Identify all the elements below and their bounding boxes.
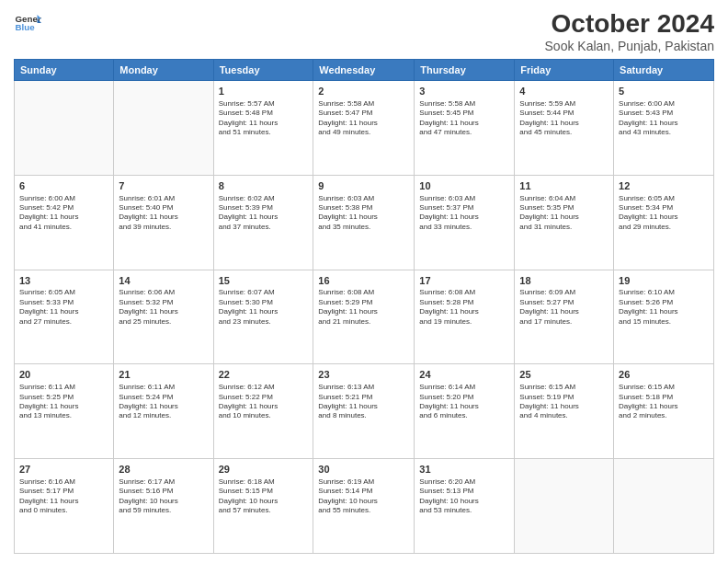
day-number: 8 xyxy=(219,179,309,193)
day-number: 24 xyxy=(419,368,509,382)
calendar-cell: 31Sunrise: 6:20 AM Sunset: 5:13 PM Dayli… xyxy=(415,459,515,554)
calendar-cell: 25Sunrise: 6:15 AM Sunset: 5:19 PM Dayli… xyxy=(515,364,614,459)
weekday-header-sunday: Sunday xyxy=(15,60,114,81)
calendar-table: SundayMondayTuesdayWednesdayThursdayFrid… xyxy=(14,59,714,554)
weekday-header-monday: Monday xyxy=(114,60,213,81)
day-info: Sunrise: 5:57 AM Sunset: 5:48 PM Dayligh… xyxy=(219,99,309,138)
day-info: Sunrise: 6:15 AM Sunset: 5:19 PM Dayligh… xyxy=(519,383,609,421)
calendar-cell: 14Sunrise: 6:06 AM Sunset: 5:32 PM Dayli… xyxy=(114,270,213,364)
calendar-cell: 24Sunrise: 6:14 AM Sunset: 5:20 PM Dayli… xyxy=(415,364,515,459)
day-number: 2 xyxy=(318,85,409,98)
day-info: Sunrise: 5:58 AM Sunset: 5:45 PM Dayligh… xyxy=(419,99,509,138)
day-info: Sunrise: 6:04 AM Sunset: 5:35 PM Dayligh… xyxy=(519,194,609,233)
day-info: Sunrise: 6:11 AM Sunset: 5:24 PM Dayligh… xyxy=(119,383,208,421)
day-number: 10 xyxy=(419,179,509,193)
day-number: 13 xyxy=(19,274,108,288)
day-number: 28 xyxy=(119,463,208,477)
day-info: Sunrise: 6:13 AM Sunset: 5:21 PM Dayligh… xyxy=(318,383,409,421)
day-info: Sunrise: 6:02 AM Sunset: 5:39 PM Dayligh… xyxy=(219,194,309,233)
svg-text:Blue: Blue xyxy=(16,22,36,32)
day-number: 3 xyxy=(419,85,509,98)
logo-icon: General Blue xyxy=(14,9,41,37)
weekday-header-thursday: Thursday xyxy=(415,60,515,81)
calendar-cell: 6Sunrise: 6:00 AM Sunset: 5:42 PM Daylig… xyxy=(15,175,114,270)
calendar-cell: 11Sunrise: 6:04 AM Sunset: 5:35 PM Dayli… xyxy=(515,175,614,270)
week-row-4: 20Sunrise: 6:11 AM Sunset: 5:25 PM Dayli… xyxy=(15,364,714,459)
day-number: 26 xyxy=(619,368,709,382)
weekday-header-row: SundayMondayTuesdayWednesdayThursdayFrid… xyxy=(15,60,714,81)
day-number: 21 xyxy=(119,368,208,382)
calendar-cell: 16Sunrise: 6:08 AM Sunset: 5:29 PM Dayli… xyxy=(313,270,415,364)
calendar-cell: 10Sunrise: 6:03 AM Sunset: 5:37 PM Dayli… xyxy=(415,175,515,270)
day-info: Sunrise: 6:16 AM Sunset: 5:17 PM Dayligh… xyxy=(19,477,108,516)
calendar-cell: 7Sunrise: 6:01 AM Sunset: 5:40 PM Daylig… xyxy=(114,175,213,270)
calendar-cell: 27Sunrise: 6:16 AM Sunset: 5:17 PM Dayli… xyxy=(15,459,114,554)
header: General Blue October 2024 Sook Kalan, Pu… xyxy=(14,9,714,53)
calendar-cell: 15Sunrise: 6:07 AM Sunset: 5:30 PM Dayli… xyxy=(213,270,313,364)
calendar-cell: 20Sunrise: 6:11 AM Sunset: 5:25 PM Dayli… xyxy=(15,364,114,459)
calendar-cell: 26Sunrise: 6:15 AM Sunset: 5:18 PM Dayli… xyxy=(614,364,714,459)
calendar-cell: 30Sunrise: 6:19 AM Sunset: 5:14 PM Dayli… xyxy=(313,459,415,554)
calendar-cell: 13Sunrise: 6:05 AM Sunset: 5:33 PM Dayli… xyxy=(15,270,114,364)
day-number: 4 xyxy=(519,85,609,98)
day-info: Sunrise: 6:12 AM Sunset: 5:22 PM Dayligh… xyxy=(219,383,309,421)
day-number: 14 xyxy=(119,274,208,288)
day-info: Sunrise: 6:11 AM Sunset: 5:25 PM Dayligh… xyxy=(19,383,108,421)
day-info: Sunrise: 6:18 AM Sunset: 5:15 PM Dayligh… xyxy=(219,477,309,516)
day-number: 18 xyxy=(519,274,609,288)
calendar-cell: 22Sunrise: 6:12 AM Sunset: 5:22 PM Dayli… xyxy=(213,364,313,459)
day-number: 22 xyxy=(219,368,309,382)
day-number: 11 xyxy=(519,179,609,193)
calendar-cell xyxy=(614,459,714,554)
day-info: Sunrise: 5:58 AM Sunset: 5:47 PM Dayligh… xyxy=(318,99,409,138)
calendar-cell: 5Sunrise: 6:00 AM Sunset: 5:43 PM Daylig… xyxy=(614,81,714,176)
logo: General Blue xyxy=(14,9,41,37)
calendar-cell: 8Sunrise: 6:02 AM Sunset: 5:39 PM Daylig… xyxy=(213,175,313,270)
day-number: 7 xyxy=(119,179,208,193)
calendar-body: 1Sunrise: 5:57 AM Sunset: 5:48 PM Daylig… xyxy=(15,81,714,554)
day-info: Sunrise: 6:19 AM Sunset: 5:14 PM Dayligh… xyxy=(318,477,409,516)
day-info: Sunrise: 5:59 AM Sunset: 5:44 PM Dayligh… xyxy=(519,99,609,138)
calendar-cell: 19Sunrise: 6:10 AM Sunset: 5:26 PM Dayli… xyxy=(614,270,714,364)
calendar-cell xyxy=(114,81,213,176)
day-number: 5 xyxy=(619,85,709,98)
day-info: Sunrise: 6:06 AM Sunset: 5:32 PM Dayligh… xyxy=(119,288,208,327)
day-number: 19 xyxy=(619,274,709,288)
day-number: 6 xyxy=(19,179,108,193)
calendar-cell xyxy=(15,81,114,176)
day-number: 12 xyxy=(619,179,709,193)
calendar-cell: 23Sunrise: 6:13 AM Sunset: 5:21 PM Dayli… xyxy=(313,364,415,459)
calendar-cell: 28Sunrise: 6:17 AM Sunset: 5:16 PM Dayli… xyxy=(114,459,213,554)
week-row-2: 6Sunrise: 6:00 AM Sunset: 5:42 PM Daylig… xyxy=(15,175,714,270)
calendar-cell: 17Sunrise: 6:08 AM Sunset: 5:28 PM Dayli… xyxy=(415,270,515,364)
day-info: Sunrise: 6:05 AM Sunset: 5:34 PM Dayligh… xyxy=(619,194,709,233)
day-info: Sunrise: 6:10 AM Sunset: 5:26 PM Dayligh… xyxy=(619,288,709,327)
day-number: 16 xyxy=(318,274,409,288)
weekday-header-tuesday: Tuesday xyxy=(213,60,313,81)
day-info: Sunrise: 6:00 AM Sunset: 5:42 PM Dayligh… xyxy=(19,194,108,233)
calendar-title: October 2024 xyxy=(545,9,714,39)
day-info: Sunrise: 6:20 AM Sunset: 5:13 PM Dayligh… xyxy=(419,477,509,516)
calendar-cell: 9Sunrise: 6:03 AM Sunset: 5:38 PM Daylig… xyxy=(313,175,415,270)
week-row-1: 1Sunrise: 5:57 AM Sunset: 5:48 PM Daylig… xyxy=(15,81,714,176)
day-number: 17 xyxy=(419,274,509,288)
day-info: Sunrise: 6:17 AM Sunset: 5:16 PM Dayligh… xyxy=(119,477,208,516)
day-info: Sunrise: 6:14 AM Sunset: 5:20 PM Dayligh… xyxy=(419,383,509,421)
calendar-cell: 4Sunrise: 5:59 AM Sunset: 5:44 PM Daylig… xyxy=(515,81,614,176)
day-number: 29 xyxy=(219,463,309,477)
day-number: 1 xyxy=(219,85,309,98)
title-block: October 2024 Sook Kalan, Punjab, Pakista… xyxy=(545,9,714,53)
week-row-3: 13Sunrise: 6:05 AM Sunset: 5:33 PM Dayli… xyxy=(15,270,714,364)
day-number: 15 xyxy=(219,274,309,288)
day-info: Sunrise: 6:15 AM Sunset: 5:18 PM Dayligh… xyxy=(619,383,709,421)
weekday-header-saturday: Saturday xyxy=(614,60,714,81)
day-number: 20 xyxy=(19,368,108,382)
calendar-cell: 29Sunrise: 6:18 AM Sunset: 5:15 PM Dayli… xyxy=(213,459,313,554)
calendar-cell: 1Sunrise: 5:57 AM Sunset: 5:48 PM Daylig… xyxy=(213,81,313,176)
day-info: Sunrise: 6:00 AM Sunset: 5:43 PM Dayligh… xyxy=(619,99,709,138)
week-row-5: 27Sunrise: 6:16 AM Sunset: 5:17 PM Dayli… xyxy=(15,459,714,554)
calendar-cell: 12Sunrise: 6:05 AM Sunset: 5:34 PM Dayli… xyxy=(614,175,714,270)
day-info: Sunrise: 6:01 AM Sunset: 5:40 PM Dayligh… xyxy=(119,194,208,233)
day-info: Sunrise: 6:08 AM Sunset: 5:28 PM Dayligh… xyxy=(419,288,509,327)
day-info: Sunrise: 6:08 AM Sunset: 5:29 PM Dayligh… xyxy=(318,288,409,327)
